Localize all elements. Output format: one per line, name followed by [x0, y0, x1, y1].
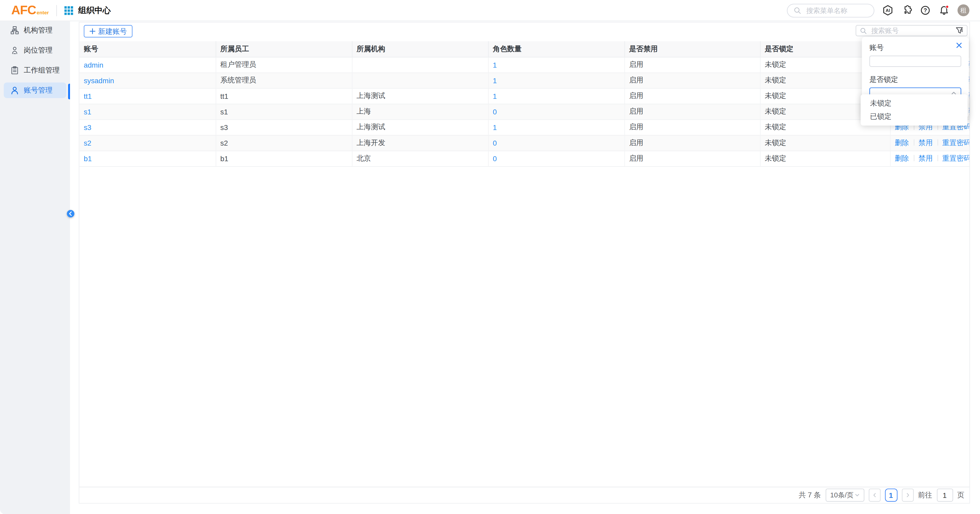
- disable-link[interactable]: 禁用: [918, 154, 933, 162]
- role-count-link[interactable]: 0: [493, 155, 497, 162]
- account-link[interactable]: sysadmin: [84, 76, 114, 84]
- table-row: tt1 tt1 上海测试 1 启用 未锁定 删除禁用重置密码: [80, 88, 969, 104]
- table-row: s3 s3 上海测试 1 启用 未锁定 删除禁用重置密码: [80, 119, 969, 135]
- collapse-sidebar-button[interactable]: [67, 210, 75, 217]
- logo-text: AFC: [11, 3, 36, 17]
- svg-text:?: ?: [924, 7, 927, 14]
- topbar-divider: [56, 5, 57, 16]
- page-size-value: 10条/页: [830, 490, 854, 500]
- role-count-link[interactable]: 1: [493, 92, 497, 100]
- disabled-cell: 启用: [624, 119, 760, 135]
- afc-logo[interactable]: AFC enter: [11, 3, 49, 17]
- account-link[interactable]: s1: [84, 108, 91, 116]
- dropdown-option-locked[interactable]: 已锁定: [861, 110, 967, 123]
- sidebar-item-label: 机构管理: [24, 26, 52, 35]
- accounts-table: 账号 所属员工 所属机构 角色数量 是否禁用 是否锁定 admin 租户管理员 …: [80, 41, 969, 167]
- role-count-link[interactable]: 1: [493, 61, 497, 68]
- sidebar-item-label: 账号管理: [24, 86, 52, 95]
- org-cell: [352, 57, 488, 73]
- employee-cell: s1: [216, 104, 352, 119]
- role-count-link[interactable]: 0: [493, 108, 497, 116]
- account-link[interactable]: s2: [84, 139, 91, 147]
- org-cell: 上海开发: [352, 135, 488, 151]
- employee-cell: s2: [216, 135, 352, 151]
- notification-dot: [946, 5, 948, 8]
- disabled-cell: 启用: [624, 135, 760, 151]
- account-link[interactable]: tt1: [84, 92, 92, 100]
- sidebar-item-label: 岗位管理: [24, 46, 52, 55]
- account-user-icon: [11, 86, 19, 94]
- role-count-link[interactable]: 0: [493, 139, 497, 147]
- topbar: AFC enter 组织中心 AI: [0, 0, 980, 21]
- goto-label: 前往: [918, 490, 932, 500]
- logo-subtext: enter: [37, 10, 49, 16]
- notification-bell-icon[interactable]: [939, 5, 949, 16]
- content-card: 新建账号 账号 所属员工 所属机构 角色数量 是否禁用 是否锁定: [79, 22, 970, 504]
- employee-cell: tt1: [216, 88, 352, 104]
- help-icon[interactable]: ?: [920, 5, 931, 16]
- menu-search: [787, 3, 874, 17]
- sidebar-item-account[interactable]: 账号管理: [4, 82, 66, 98]
- table-row: b1 b1 北京 0 启用 未锁定 删除禁用重置密码: [80, 151, 969, 166]
- org-cell: 上海测试: [352, 119, 488, 135]
- reset-password-link[interactable]: 重置密码: [942, 138, 970, 146]
- avatar[interactable]: 租: [958, 5, 969, 16]
- app-window: AFC enter 组织中心 AI: [0, 0, 980, 514]
- apps-grid-icon[interactable]: [65, 6, 73, 15]
- menu-search-input[interactable]: [805, 6, 867, 15]
- disable-link[interactable]: 禁用: [918, 138, 933, 146]
- pagination-bar: 共 7 条 10条/页 1 前往 页: [80, 487, 969, 503]
- next-page-button[interactable]: [902, 489, 913, 501]
- disabled-cell: 启用: [624, 57, 760, 73]
- col-header-roles: 角色数量: [488, 41, 624, 57]
- goto-page-input[interactable]: [937, 489, 953, 501]
- account-link[interactable]: admin: [84, 61, 103, 68]
- sidebar: 机构管理 岗位管理 工作组管理: [0, 21, 70, 514]
- prev-page-button[interactable]: [869, 489, 880, 501]
- org-cell: [352, 73, 488, 88]
- dropdown-option-unlocked[interactable]: 未锁定: [861, 97, 967, 110]
- total-count: 共 7 条: [799, 490, 821, 500]
- page-title: 组织中心: [78, 5, 111, 16]
- chevron-left-icon: [872, 492, 877, 498]
- filter-funnel-icon[interactable]: [956, 27, 963, 34]
- sidebar-item-workgroup[interactable]: 工作组管理: [4, 62, 66, 78]
- page-size-select[interactable]: 10条/页: [825, 489, 864, 501]
- sidebar-item-position[interactable]: 岗位管理: [4, 42, 66, 58]
- account-search: [856, 25, 967, 36]
- chevron-left-icon: [67, 210, 75, 217]
- account-link[interactable]: s3: [84, 124, 91, 131]
- role-count-link[interactable]: 1: [493, 76, 497, 84]
- filter-account-label: 账号: [869, 43, 961, 52]
- org-tree-icon: [11, 26, 19, 34]
- action-divider: [913, 140, 914, 146]
- sidebar-item-org[interactable]: 机构管理: [4, 22, 66, 38]
- close-icon[interactable]: [956, 42, 963, 49]
- delete-link[interactable]: 删除: [895, 138, 909, 146]
- table-row: s1 s1 上海 0 启用 未锁定 删除禁用重置密码: [80, 104, 969, 119]
- table-row: sysadmin 系统管理员 1 启用 未锁定 删除禁用重置密码: [80, 73, 969, 88]
- org-cell: 北京: [352, 151, 488, 166]
- account-link[interactable]: b1: [84, 155, 92, 162]
- page-number-button[interactable]: 1: [885, 489, 897, 501]
- filter-account-input[interactable]: [869, 56, 961, 67]
- action-divider: [937, 140, 938, 146]
- account-search-input[interactable]: [870, 26, 953, 35]
- chevron-right-icon: [905, 492, 910, 498]
- table-header-row: 账号 所属员工 所属机构 角色数量 是否禁用 是否锁定: [80, 41, 969, 57]
- reset-password-link[interactable]: 重置密码: [942, 154, 970, 162]
- role-count-link[interactable]: 1: [493, 124, 497, 131]
- table-row: s2 s2 上海开发 0 启用 未锁定 删除禁用重置密码: [80, 135, 969, 151]
- ai-assistant-icon[interactable]: AI: [883, 5, 893, 16]
- disabled-cell: 启用: [624, 73, 760, 88]
- position-badge-icon: [11, 46, 19, 54]
- delete-link[interactable]: 删除: [895, 154, 909, 162]
- search-icon: [860, 27, 867, 34]
- col-header-employee: 所属员工: [216, 41, 352, 57]
- employee-cell: s3: [216, 119, 352, 135]
- plugin-icon[interactable]: [901, 5, 912, 16]
- sidebar-item-label: 工作组管理: [24, 65, 60, 75]
- workgroup-clipboard-icon: [11, 66, 19, 75]
- table-row: admin 租户管理员 1 启用 未锁定 删除禁用重置密码: [80, 57, 969, 73]
- new-account-button[interactable]: 新建账号: [84, 25, 132, 37]
